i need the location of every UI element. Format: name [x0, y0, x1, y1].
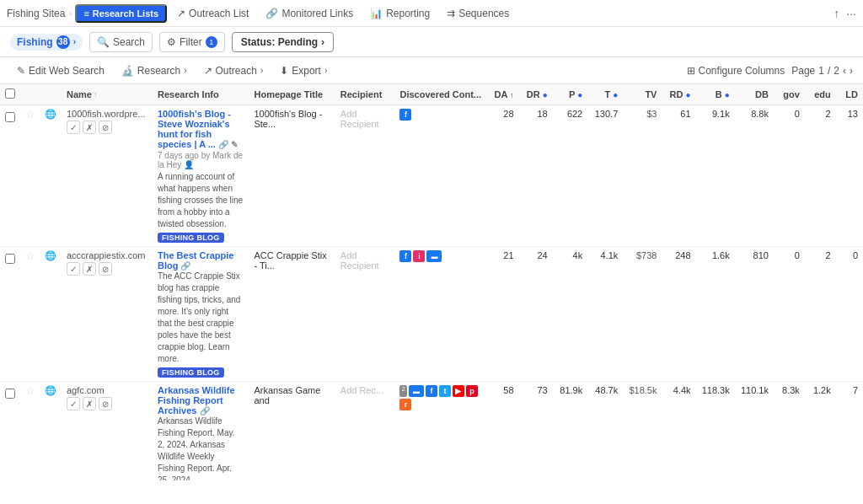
upload-button[interactable]: ↑ — [834, 7, 839, 20]
row-t: 4.1k — [587, 247, 623, 382]
configure-columns-button[interactable]: ⊞ Configure Columns — [687, 65, 785, 77]
research-title-link[interactable]: Arkansas Wildlife Fishing Report Archive… — [158, 385, 235, 416]
social-icon-ig: i — [413, 250, 425, 262]
research-excerpt: A running account of what happens when f… — [158, 171, 244, 230]
search-icon: 🔍 — [97, 36, 110, 48]
th-tv[interactable]: TV — [623, 84, 662, 105]
social-icon-pi: p — [466, 385, 478, 397]
row-social-cell: 2▬ft▶pr — [394, 382, 486, 481]
row-recipient-cell: Add Recipient — [335, 247, 395, 382]
reject-action-button[interactable]: ✗ — [83, 262, 96, 276]
th-ld[interactable]: LD — [836, 84, 863, 105]
globe-icon: 🌐 — [45, 385, 56, 395]
row-actions: ✓ ✗ ⊘ — [67, 397, 147, 410]
row-homepage-cell: 1000fish's Blog - Ste... — [249, 105, 335, 247]
page-info: Page 1 / 2 ‹ › — [791, 65, 853, 77]
th-globe — [40, 84, 62, 105]
status-label: Status: Pending — [241, 36, 318, 48]
next-page-button[interactable]: › — [850, 65, 853, 77]
sequence-icon: ⇉ — [447, 8, 455, 19]
row-rd: 4.4k — [662, 382, 695, 481]
reporting-link[interactable]: 📊 Reporting — [363, 8, 437, 19]
th-dr[interactable]: DR ● — [519, 84, 553, 105]
keyword-expand-icon: › — [73, 37, 76, 46]
row-checkbox[interactable] — [5, 112, 15, 122]
th-name[interactable]: Name — [62, 84, 153, 105]
row-domain-cell: acccrappiestix.com ✓ ✗ ⊘ — [62, 247, 153, 382]
more-menu-button[interactable]: ··· — [846, 7, 856, 20]
row-db: 110.1k — [735, 382, 774, 481]
select-all-checkbox[interactable] — [5, 88, 15, 99]
social-icon-tw: t — [439, 385, 451, 397]
row-p: 4k — [553, 247, 588, 382]
keyword-badge[interactable]: Fishing 38 › — [10, 34, 83, 51]
prev-page-button[interactable]: ‹ — [843, 65, 846, 77]
row-tv: $3 — [623, 105, 662, 247]
th-t[interactable]: T ● — [587, 84, 623, 105]
domain-name: 1000fish.wordpre... — [67, 109, 147, 119]
filter-button[interactable]: ⚙ Filter 1 — [159, 32, 225, 52]
research-excerpt: The ACC Crappie Stix blog has crappie fi… — [158, 271, 244, 365]
check-action-button[interactable]: ✓ — [67, 262, 80, 276]
row-checkbox[interactable] — [5, 254, 15, 264]
add-recipient-link[interactable]: Add Recipient — [340, 250, 379, 271]
row-checkbox[interactable] — [5, 389, 15, 399]
th-p[interactable]: P ● — [553, 84, 588, 105]
th-checkbox — [0, 84, 20, 105]
row-da: 21 — [486, 247, 519, 382]
th-b[interactable]: B ● — [696, 84, 735, 105]
outreach-action-icon: ↗ — [204, 65, 212, 77]
row-t: 130.7 — [587, 105, 623, 247]
top-nav: Fishing Sitea › ≡ Research Lists ↗ Outre… — [0, 0, 863, 27]
th-db[interactable]: DB — [735, 84, 774, 105]
row-db: 810 — [735, 247, 774, 382]
research-lists-label: Research Lists — [93, 8, 158, 19]
add-recipient-link[interactable]: Add Recipient — [340, 109, 379, 129]
star-icon[interactable]: ☆ — [25, 385, 35, 397]
row-edu: 2 — [805, 105, 836, 247]
outreach-list-link[interactable]: ↗ Outreach List — [170, 8, 255, 19]
th-da[interactable]: DA ↑ — [486, 84, 519, 105]
outreach-button[interactable]: ↗ Outreach › — [197, 62, 271, 79]
row-tv: $738 — [623, 247, 662, 382]
reject-action-button[interactable]: ✗ — [83, 397, 96, 410]
monitored-links-link[interactable]: 🔗 Monitored Links — [259, 8, 360, 19]
row-homepage-cell: ACC Crappie Stix - Ti... — [249, 247, 335, 382]
research-title-link[interactable]: 1000fish's Blog - Steve Wozniak's hunt f… — [158, 109, 238, 149]
th-rd[interactable]: RD ● — [662, 84, 695, 105]
reject-action-button[interactable]: ✗ — [83, 121, 96, 134]
block-action-button[interactable]: ⊘ — [99, 397, 112, 410]
row-checkbox-cell — [0, 247, 20, 382]
star-icon[interactable]: ☆ — [25, 109, 35, 121]
sequences-link[interactable]: ⇉ Sequences — [440, 8, 516, 19]
edit-web-search-button[interactable]: ✎ Edit Web Search — [10, 62, 111, 79]
fishing-blog-tag: FISHING BLOG — [158, 367, 224, 378]
add-recipient-link[interactable]: Add Rec... — [340, 385, 383, 395]
row-checkbox-cell — [0, 382, 20, 481]
th-edu[interactable]: edu — [805, 84, 836, 105]
check-action-button[interactable]: ✓ — [67, 121, 80, 134]
export-button[interactable]: ⬇ Export › — [273, 62, 334, 79]
status-arrow-icon: › — [321, 36, 324, 48]
th-gov[interactable]: gov — [774, 84, 805, 105]
check-action-button[interactable]: ✓ — [67, 397, 80, 410]
research-title-link[interactable]: The Best Crappie Blog 🔗 — [158, 250, 233, 271]
row-checkbox-cell — [0, 105, 20, 247]
table-header: Name Research Info Homepage Title Recipi… — [0, 84, 863, 105]
fishing-blog-tag: FISHING BLOG — [158, 233, 224, 243]
row-b: 118.3k — [696, 382, 735, 481]
row-research-cell: Arkansas Wildlife Fishing Report Archive… — [153, 382, 249, 481]
row-social-cell: f — [394, 105, 486, 247]
search-button[interactable]: 🔍 Search — [89, 32, 153, 52]
th-star — [20, 84, 40, 105]
social-icon: ▬ — [426, 250, 442, 262]
table-row: ☆ 🌐 acccrappiestix.com ✓ ✗ ⊘ The Best Cr… — [0, 247, 863, 382]
homepage-title: ACC Crappie Stix - Ti... — [254, 250, 326, 271]
research-button[interactable]: 🔬 Research › — [115, 62, 194, 79]
homepage-title: 1000fish's Blog - Ste... — [254, 109, 322, 129]
research-lists-tab[interactable]: ≡ Research Lists — [75, 4, 167, 23]
status-button[interactable]: Status: Pending › — [232, 32, 334, 52]
block-action-button[interactable]: ⊘ — [99, 262, 112, 276]
block-action-button[interactable]: ⊘ — [99, 121, 112, 134]
star-icon[interactable]: ☆ — [25, 250, 35, 262]
